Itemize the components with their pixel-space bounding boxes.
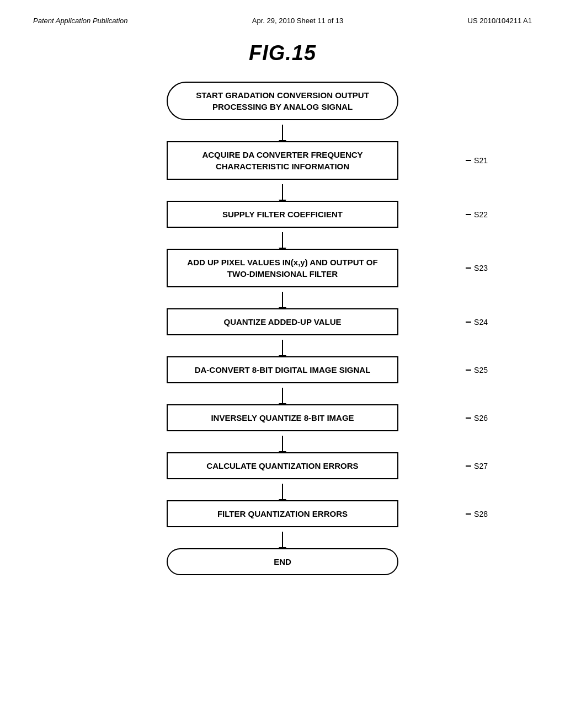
step-label-s27: S27	[466, 462, 488, 470]
figure-title: FIG.15	[33, 41, 532, 65]
node-row-s23: ADD UP PIXEL VALUES IN(x,y) AND OUTPUT O…	[33, 249, 532, 287]
step-end: END	[167, 548, 398, 575]
flowchart: START GRADATION CONVERSION OUTPUT PROCES…	[33, 82, 532, 575]
page: Patent Application Publication Apr. 29, …	[0, 0, 565, 728]
header-left: Patent Application Publication	[33, 17, 128, 25]
node-row-s27: CALCULATE QUANTIZATION ERRORSS27	[33, 452, 532, 479]
step-s23: ADD UP PIXEL VALUES IN(x,y) AND OUTPUT O…	[167, 249, 398, 287]
arrow-down	[282, 180, 283, 201]
step-label-s22: S22	[466, 210, 488, 219]
step-label-s24: S24	[466, 318, 488, 326]
step-s22: SUPPLY FILTER COEFFICIENT	[167, 201, 398, 228]
step-label-s25: S25	[466, 366, 488, 374]
node-row-s26: INVERSELY QUANTIZE 8-BIT IMAGES26	[33, 404, 532, 431]
arrow-down	[282, 335, 283, 356]
arrow-down	[282, 479, 283, 500]
arrow-down	[282, 527, 283, 548]
step-s21: ACQUIRE DA CONVERTER FREQUENCY CHARACTER…	[167, 141, 398, 180]
page-header: Patent Application Publication Apr. 29, …	[33, 17, 532, 25]
arrow-down	[282, 383, 283, 404]
header-center: Apr. 29, 2010 Sheet 11 of 13	[252, 17, 344, 25]
arrow-down	[282, 287, 283, 308]
step-label-s26: S26	[466, 414, 488, 422]
header-right: US 2010/104211 A1	[468, 17, 532, 25]
node-row-s24: QUANTIZE ADDED-UP VALUES24	[33, 308, 532, 335]
node-row-end: END	[33, 548, 532, 575]
step-start: START GRADATION CONVERSION OUTPUT PROCES…	[167, 82, 398, 120]
step-s28: FILTER QUANTIZATION ERRORS	[167, 500, 398, 527]
node-row-s25: DA-CONVERT 8-BIT DIGITAL IMAGE SIGNALS25	[33, 356, 532, 383]
node-row-s28: FILTER QUANTIZATION ERRORSS28	[33, 500, 532, 527]
arrow-down	[282, 120, 283, 141]
step-s24: QUANTIZE ADDED-UP VALUE	[167, 308, 398, 335]
step-s27: CALCULATE QUANTIZATION ERRORS	[167, 452, 398, 479]
step-s26: INVERSELY QUANTIZE 8-BIT IMAGE	[167, 404, 398, 431]
step-label-s28: S28	[466, 510, 488, 518]
node-row-start: START GRADATION CONVERSION OUTPUT PROCES…	[33, 82, 532, 120]
arrow-down	[282, 228, 283, 249]
step-label-s21: S21	[466, 156, 488, 165]
arrow-down	[282, 431, 283, 452]
step-label-s23: S23	[466, 264, 488, 272]
step-s25: DA-CONVERT 8-BIT DIGITAL IMAGE SIGNAL	[167, 356, 398, 383]
node-row-s21: ACQUIRE DA CONVERTER FREQUENCY CHARACTER…	[33, 141, 532, 180]
node-row-s22: SUPPLY FILTER COEFFICIENTS22	[33, 201, 532, 228]
